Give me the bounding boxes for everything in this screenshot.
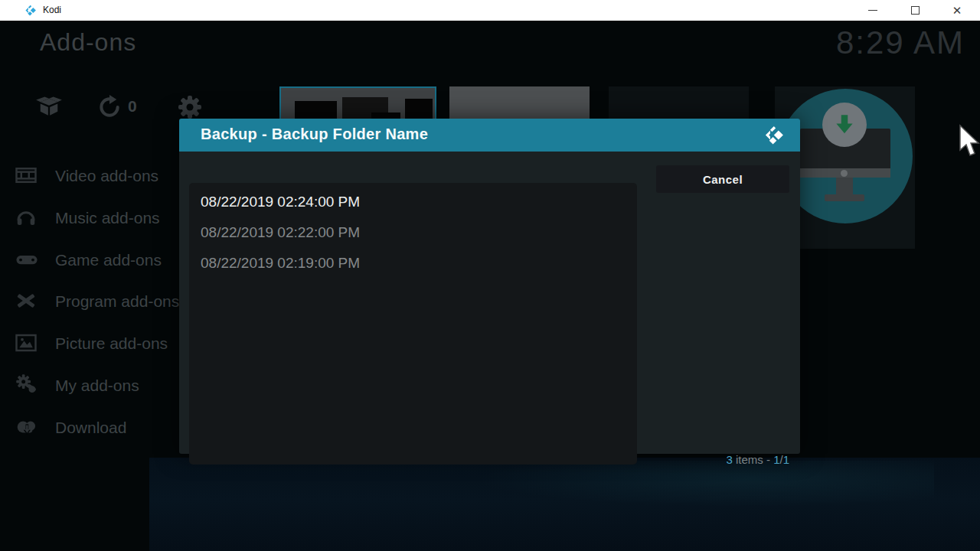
kodi-app-background: Add-ons 8:29 AM 0 Video add-ons [0, 21, 980, 551]
sidebar-item-video-addons[interactable]: Video add-ons [0, 162, 195, 193]
backup-list-item[interactable]: 08/22/2019 02:19:00 PM [189, 248, 637, 279]
film-icon [15, 164, 38, 187]
backup-folder-dialog: Backup - Backup Folder Name 08/22/2019 0… [179, 119, 800, 454]
sidebar-item-label: Download [55, 419, 126, 437]
minimize-button[interactable] [855, 0, 890, 21]
backup-list-item[interactable]: 08/22/2019 02:24:00 PM [189, 187, 637, 217]
window-titlebar: Kodi ✕ [0, 0, 980, 21]
mouse-cursor [959, 124, 980, 158]
maximize-icon [911, 6, 920, 15]
page-title: Add-ons [40, 28, 136, 57]
download-badge [822, 103, 867, 147]
total-pages: 1 [783, 453, 789, 466]
cancel-button-label: Cancel [703, 173, 743, 186]
sidebar-item-label: My add-ons [55, 377, 139, 395]
kodi-logo-icon [24, 4, 38, 17]
picture-icon [15, 331, 38, 354]
items-text: items - [733, 453, 773, 466]
gamepad-icon [15, 248, 39, 271]
sidebar-item-program-addons[interactable]: Program add-ons [0, 288, 195, 318]
addon-browser-icon[interactable] [35, 93, 63, 121]
settings-gear-icon[interactable] [176, 93, 204, 121]
dialog-header: Backup - Backup Folder Name [179, 119, 800, 152]
monitor-stand [836, 178, 853, 194]
monitor-base [825, 194, 864, 201]
sidebar-item-download[interactable]: Download [0, 414, 195, 445]
sidebar-item-label: Picture add-ons [55, 334, 168, 353]
sidebar-item-label: Program add-ons [55, 292, 179, 311]
cancel-button[interactable]: Cancel [656, 165, 789, 193]
window-title: Kodi [43, 5, 61, 15]
headphones-icon [15, 206, 38, 229]
backup-list-item[interactable]: 08/22/2019 02:22:00 PM [189, 217, 637, 248]
refresh-icon[interactable] [97, 95, 122, 119]
tools-icon [15, 289, 38, 312]
backup-timestamp: 08/22/2019 02:24:00 PM [201, 194, 360, 210]
dialog-title: Backup - Backup Folder Name [201, 126, 428, 143]
gears-icon [15, 373, 39, 396]
sidebar-item-game-addons[interactable]: Game add-ons [0, 246, 195, 277]
close-button[interactable]: ✕ [939, 0, 975, 21]
maximize-button[interactable] [897, 0, 933, 21]
minimize-icon [868, 10, 877, 11]
download-arrow-icon [831, 112, 858, 138]
update-count: 0 [128, 97, 137, 116]
sidebar-item-label: Game add-ons [55, 251, 162, 269]
sidebar-item-label: Music add-ons [55, 209, 160, 227]
monitor-dot [841, 170, 848, 177]
clock: 8:29 AM [836, 24, 965, 61]
items-count-status: 3 items - 1/1 [726, 453, 789, 466]
sidebar-item-picture-addons[interactable]: Picture add-ons [0, 330, 195, 360]
sidebar-item-music-addons[interactable]: Music add-ons [0, 204, 195, 235]
close-icon: ✕ [952, 5, 962, 16]
sidebar-item-label: Video add-ons [55, 167, 158, 185]
background-glow-accent [475, 461, 934, 507]
backup-list: 08/22/2019 02:24:00 PM 08/22/2019 02:22:… [189, 183, 637, 465]
backup-timestamp: 08/22/2019 02:22:00 PM [201, 224, 360, 241]
backup-timestamp: 08/22/2019 02:19:00 PM [201, 255, 360, 272]
kodi-logo-icon [762, 124, 788, 146]
sidebar-item-my-addons[interactable]: My add-ons [0, 372, 195, 403]
cloud-download-icon [15, 416, 39, 439]
item-count: 3 [726, 453, 732, 466]
